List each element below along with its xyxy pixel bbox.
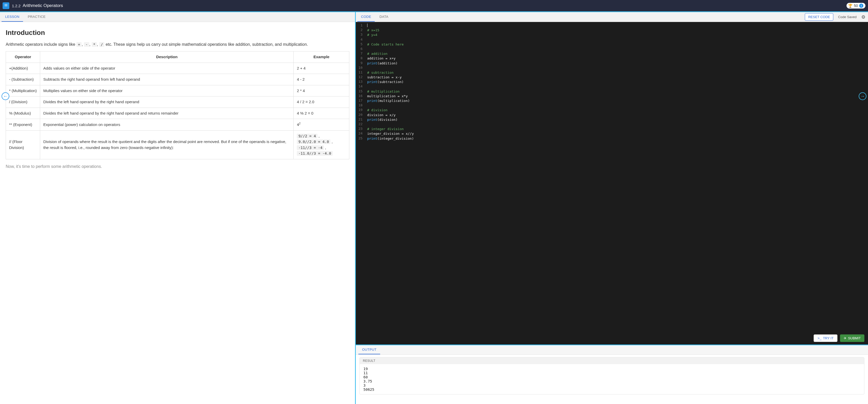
code-minus: - — [84, 42, 89, 47]
cell-operator: % (Modulus) — [6, 108, 40, 119]
code-tabbar: CODE DATA RESET CODE Code Saved ⚙ — [356, 12, 868, 22]
code-editor[interactable]: 1 2 3 4 5 6 7 8 9 10 11 12 13 14 15 16 1… — [356, 22, 868, 344]
lesson-title: Arithmetic Operators — [23, 3, 63, 8]
lesson-tabbar: LESSON PRACTICE — [0, 12, 355, 22]
menu-icon — [4, 3, 8, 8]
table-row: +(Addition)Adds values on either side of… — [6, 63, 349, 74]
cell-description: Multiplies values on either side of the … — [40, 85, 293, 97]
line-gutter: 1 2 3 4 5 6 7 8 9 10 11 12 13 14 15 16 1… — [356, 22, 365, 344]
cell-description: Subtracts the right hand operand from le… — [40, 74, 293, 86]
result-output: 19 11 60 3.75 3 50625 — [360, 364, 864, 394]
table-row: / (Division)Divides the left hand operan… — [6, 97, 349, 108]
arrow-right-icon: → — [860, 94, 865, 99]
lesson-pane: LESSON PRACTICE Introduction Arithmetic … — [0, 12, 356, 404]
code-slash: / — [99, 42, 104, 47]
menu-button[interactable] — [3, 2, 9, 9]
table-row: ** (Exponent)Exponential (power) calcula… — [6, 119, 349, 131]
cell-operator: - (Subtraction) — [6, 74, 40, 86]
reset-code-button[interactable]: RESET CODE — [805, 13, 833, 21]
output-pane: OUTPUT RESULT 19 11 60 3.75 3 50625 — [356, 344, 868, 404]
cell-description: Division of operands where the result is… — [40, 130, 293, 159]
editor-action-bar: >_ TRY IT ✈ SUBMIT — [814, 334, 864, 342]
result-header: RESULT — [360, 358, 864, 364]
arrow-left-icon: ← — [3, 94, 8, 99]
cell-description: Exponential (power) calculation on opera… — [40, 119, 293, 131]
cell-operator: / (Division) — [6, 97, 40, 108]
th-example: Example — [293, 52, 349, 63]
operators-table: Operator Description Example +(Addition)… — [6, 51, 349, 159]
cell-description: Divides the left hand operand by the rig… — [40, 97, 293, 108]
cell-example: 42 — [293, 119, 349, 131]
th-operator: Operator — [6, 52, 40, 63]
result-box: RESULT 19 11 60 3.75 3 50625 — [360, 357, 864, 395]
table-row: % (Modulus)Divides the left hand operand… — [6, 108, 349, 119]
try-it-label: TRY IT — [823, 336, 834, 340]
try-it-button[interactable]: >_ TRY IT — [814, 334, 837, 342]
tab-code[interactable]: CODE — [358, 12, 375, 22]
intro-pre: Arithmetic operators include signs like — [6, 42, 76, 46]
lesson-heading: Introduction — [6, 28, 349, 38]
cell-example: 4 / 2 = 2.0 — [293, 97, 349, 108]
points-value: 50 — [854, 4, 858, 8]
code-saved-label: Code Saved — [838, 15, 857, 19]
submit-label: SUBMIT — [848, 336, 861, 340]
table-row: // (Floor Division)Division of operands … — [6, 130, 349, 159]
trophy-icon: 🏆 — [848, 4, 852, 8]
prompt-icon: >_ — [817, 336, 822, 340]
code-pane: CODE DATA RESET CODE Code Saved ⚙ 1 2 3 … — [356, 12, 868, 404]
tab-data[interactable]: DATA — [376, 12, 392, 22]
cell-example: 2 * 4 — [293, 85, 349, 97]
th-description: Description — [40, 52, 293, 63]
table-row: - (Subtraction)Subtracts the right hand … — [6, 74, 349, 86]
output-tabbar: OUTPUT — [356, 345, 868, 355]
cell-description: Adds values on either side of the operat… — [40, 63, 293, 74]
table-row: * (Multiplication)Multiplies values on e… — [6, 85, 349, 97]
cell-example: 2 + 4 — [293, 63, 349, 74]
cell-description: Divides the left hand operand by the rig… — [40, 108, 293, 119]
gear-icon[interactable]: ⚙ — [861, 14, 865, 20]
cell-operator: ** (Exponent) — [6, 119, 40, 131]
cell-example: 9//2 = 4 , 9.0//2.0 = 4.0 , -11//3 = -4 … — [293, 130, 349, 159]
next-lesson-button[interactable]: → — [859, 92, 866, 100]
lesson-intro: Arithmetic operators include signs like … — [6, 41, 349, 47]
tab-practice[interactable]: PRACTICE — [24, 12, 49, 22]
lesson-number: 1.2.2 — [12, 4, 21, 8]
table-header-row: Operator Description Example — [6, 52, 349, 63]
lesson-content[interactable]: Introduction Arithmetic operators includ… — [0, 22, 355, 404]
tab-output[interactable]: OUTPUT — [359, 345, 380, 354]
cell-example: 4 - 2 — [293, 74, 349, 86]
cell-operator: // (Floor Division) — [6, 130, 40, 159]
code-star: * — [92, 42, 97, 47]
cell-operator: +(Addition) — [6, 63, 40, 74]
cell-example: 4 % 2 = 0 — [293, 108, 349, 119]
code-lines[interactable]: # x=15# y=4 # Code starts here # additio… — [365, 22, 868, 344]
intro-post: etc. These signs help us carry out simpl… — [106, 42, 308, 46]
tab-lesson[interactable]: LESSON — [2, 12, 23, 22]
editor-wrap: 1 2 3 4 5 6 7 8 9 10 11 12 13 14 15 16 1… — [356, 22, 868, 344]
code-plus: + — [76, 42, 82, 47]
prev-lesson-button[interactable]: ← — [2, 92, 9, 100]
topbar: 1.2.2 Arithmetic Operators 🏆 50 i — [0, 0, 868, 11]
cell-operator: * (Multiplication) — [6, 85, 40, 97]
lesson-footer-line: Now, it's time to perform some arithmeti… — [6, 164, 349, 170]
paper-plane-icon: ✈ — [844, 336, 846, 340]
output-body[interactable]: RESULT 19 11 60 3.75 3 50625 — [356, 355, 868, 404]
info-icon[interactable]: i — [859, 4, 863, 8]
submit-button[interactable]: ✈ SUBMIT — [840, 334, 864, 342]
points-pill[interactable]: 🏆 50 i — [846, 3, 865, 8]
